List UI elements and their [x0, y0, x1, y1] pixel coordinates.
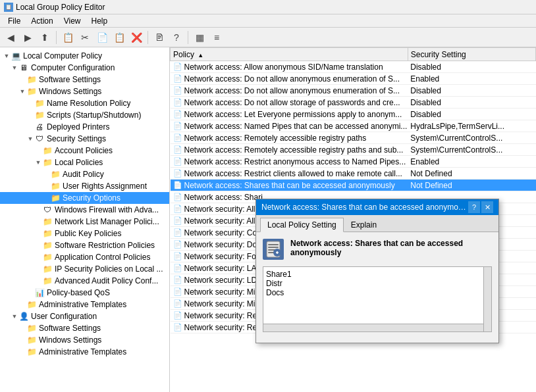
tree-item-admin-templates-user[interactable]: 📁 Administrative Templates	[0, 346, 169, 358]
label-windows-firewall: Windows Firewall with Adva...	[55, 205, 159, 214]
menu-help[interactable]: Help	[86, 14, 113, 28]
dialog-scrollbar-v[interactable]	[483, 267, 491, 331]
tree-item-local-computer-policy[interactable]: ▼ 💻 Local Computer Policy	[0, 50, 169, 62]
toolbar-view1[interactable]: ▦	[192, 30, 207, 45]
label-scripts: Scripts (Startup/Shutdown)	[47, 110, 141, 120]
tree-item-scripts[interactable]: 📁 Scripts (Startup/Shutdown)	[0, 109, 169, 121]
tree-item-user-rights[interactable]: 📁 User Rights Assignment	[0, 180, 169, 192]
tree-item-deployed-printers[interactable]: 🖨 Deployed Printers	[0, 121, 169, 133]
expand-name-resolution	[26, 97, 34, 109]
dialog-close-btn[interactable]: ✕	[481, 201, 493, 213]
icon-policy-qos: 📊	[34, 287, 45, 298]
dialog-help-btn[interactable]: ?	[468, 201, 480, 213]
icon-windows-settings-user: 📁	[26, 335, 37, 345]
toolbar-show-hide[interactable]: 📋	[60, 30, 76, 45]
icon-network-list: 📁	[42, 216, 53, 227]
tree-item-network-list[interactable]: 📁 Network List Manager Polici...	[0, 216, 169, 228]
toolbar-paste[interactable]: 📋	[111, 30, 127, 45]
label-policy-qos: Policy-based QoS	[47, 288, 110, 297]
expand-policy-qos	[26, 287, 34, 299]
expand-network-list	[34, 216, 42, 228]
label-app-control: Application Control Policies	[55, 253, 150, 262]
expand-advanced-audit	[34, 275, 42, 287]
label-name-resolution: Name Resolution Policy	[47, 99, 130, 108]
label-local-computer-policy: Local Computer Policy	[23, 51, 102, 61]
tree-item-computer-configuration[interactable]: ▼ 🖥 Computer Configuration	[0, 62, 169, 74]
dialog-header-text: Network access: Shares that can be acces…	[290, 239, 492, 257]
toolbar-view2[interactable]: ≡	[209, 30, 225, 45]
expand-software-restriction	[34, 239, 42, 251]
tree-item-windows-firewall[interactable]: 🛡 Windows Firewall with Adva...	[0, 204, 169, 216]
dialog-scrollbar-h[interactable]	[263, 324, 483, 331]
icon-admin-templates-comp: 📁	[26, 299, 37, 310]
tree-item-audit-policy[interactable]: 📁 Audit Policy	[0, 168, 169, 180]
tree-item-local-policies[interactable]: ▼ 📁 Local Policies	[0, 157, 169, 168]
toolbar-sep1	[56, 31, 57, 44]
expand-computer-configuration: ▼	[11, 62, 18, 74]
expand-user-rights	[42, 180, 50, 192]
tree-item-software-restriction[interactable]: 📁 Software Restriction Policies	[0, 239, 169, 251]
tree-item-public-key[interactable]: 📁 Public Key Policies	[0, 228, 169, 239]
dialog-tabs: Local Policy Setting Explain	[256, 215, 498, 232]
tree-item-software-settings-user[interactable]: 📁 Software Settings	[0, 322, 169, 334]
tree-item-account-policies[interactable]: 📁 Account Policies	[0, 145, 169, 157]
policy-icon-svg	[264, 240, 282, 258]
dialog-overlay: Network access: Shares that can be acces…	[170, 47, 536, 392]
toolbar-delete[interactable]: ❌	[128, 30, 144, 45]
expand-scripts	[26, 109, 34, 121]
toolbar-up[interactable]: ⬆	[37, 30, 53, 45]
tree-item-advanced-audit[interactable]: 📁 Advanced Audit Policy Conf...	[0, 275, 169, 287]
toolbar-properties[interactable]: 🖹	[151, 30, 167, 45]
menu-action[interactable]: Action	[26, 14, 58, 28]
expand-deployed-printers	[26, 121, 34, 133]
icon-software-settings-user: 📁	[26, 323, 37, 333]
icon-advanced-audit: 📁	[42, 276, 53, 286]
expand-windows-firewall	[34, 204, 42, 216]
expand-admin-templates-user	[18, 346, 26, 358]
tree-item-app-control[interactable]: 📁 Application Control Policies	[0, 251, 169, 263]
tree-item-policy-qos[interactable]: 📊 Policy-based QoS	[0, 287, 169, 299]
toolbar-back[interactable]: ◀	[3, 30, 18, 45]
icon-deployed-printers: 🖨	[34, 122, 45, 132]
icon-security-options: 📁	[50, 193, 61, 203]
dialog-tab-explain[interactable]: Explain	[344, 218, 384, 232]
expand-ip-security	[34, 263, 42, 275]
icon-scripts: 📁	[34, 110, 45, 120]
dialog-title: Network access: Shares that can be acces…	[261, 203, 468, 212]
expand-account-policies	[34, 145, 42, 157]
label-audit-policy: Audit Policy	[63, 170, 104, 179]
icon-computer-configuration: 🖥	[18, 62, 29, 73]
toolbar-copy[interactable]: 📄	[94, 30, 110, 45]
tree-item-user-configuration[interactable]: ▼ 👤 User Configuration	[0, 310, 169, 322]
tree-item-security-options[interactable]: 📁 Security Options	[0, 192, 169, 204]
expand-security-options	[42, 192, 50, 204]
tree-item-windows-settings[interactable]: ▼ 📁 Windows Settings	[0, 86, 169, 97]
label-admin-templates-user: Administrative Templates	[39, 347, 126, 356]
tree-scroll[interactable]: ▼ 💻 Local Computer Policy ▼ 🖥 Computer C…	[0, 50, 169, 389]
tree-item-windows-settings-user[interactable]: 📁 Windows Settings	[0, 334, 169, 346]
icon-audit-policy: 📁	[50, 169, 61, 180]
toolbar-help[interactable]: ?	[169, 30, 184, 45]
icon-account-policies: 📁	[42, 145, 53, 156]
expand-audit-policy	[42, 168, 50, 180]
icon-app-control: 📁	[42, 252, 53, 262]
dialog-tab-local-policy[interactable]: Local Policy Setting	[260, 218, 344, 232]
expand-software-settings-user	[18, 322, 26, 334]
tree-item-security-settings[interactable]: ▼ 🛡 Security Settings	[0, 133, 169, 145]
tree-item-ip-security[interactable]: 📁 IP Security Policies on Local ...	[0, 263, 169, 275]
dialog: Network access: Shares that can be acces…	[255, 199, 499, 343]
icon-software-settings: 📁	[26, 74, 37, 85]
content-panel: Policy ▲ Security Setting 📄 Network acce…	[170, 47, 536, 392]
tree-item-admin-templates-comp[interactable]: 📁 Administrative Templates	[0, 299, 169, 310]
menu-file[interactable]: File	[3, 14, 26, 28]
toolbar-forward[interactable]: ▶	[20, 30, 36, 45]
toolbar-cut[interactable]: ✂	[77, 30, 93, 45]
expand-local-computer-policy: ▼	[3, 50, 11, 62]
label-ip-security: IP Security Policies on Local ...	[55, 264, 163, 274]
menu-bar: File Action View Help	[0, 14, 536, 28]
label-user-rights: User Rights Assignment	[63, 182, 147, 191]
dialog-textarea[interactable]	[263, 267, 491, 331]
menu-view[interactable]: View	[59, 14, 86, 28]
tree-item-software-settings[interactable]: 📁 Software Settings	[0, 74, 169, 86]
tree-item-name-resolution[interactable]: 📁 Name Resolution Policy	[0, 97, 169, 109]
